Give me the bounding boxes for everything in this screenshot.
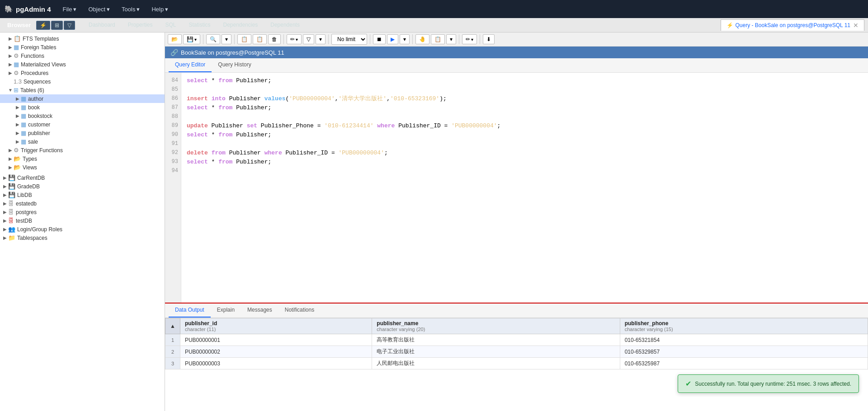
explain-btn[interactable]: 🤚 (415, 34, 429, 44)
tab-explain[interactable]: Explain (211, 304, 241, 318)
sidebar-item-author[interactable]: ▶ ▦ author (0, 94, 165, 103)
tab-messages[interactable]: Messages (241, 304, 278, 318)
expand-arrow: ▶ (14, 105, 21, 110)
view-btn[interactable]: 📋 (431, 34, 445, 44)
sidebar-item-sequences[interactable]: 1.3 Sequences (0, 77, 165, 86)
sidebar-item-tables[interactable]: ▼ ⊞ Tables (6) (0, 86, 165, 94)
app-logo: 🐘 pgAdmin 4 (5, 5, 51, 13)
paste-btn[interactable]: 📋 (253, 34, 267, 44)
tab-statistics[interactable]: Statistics (182, 19, 217, 32)
sidebar-item-fts-templates[interactable]: ▶ 📋 FTS Templates (0, 34, 165, 43)
search-btn[interactable]: 🔍 (206, 34, 220, 44)
cell-publisher-id-3: PUB00000003 (180, 358, 372, 369)
view-dropdown-btn[interactable]: ▾ (446, 34, 456, 44)
expand-arrow: ▶ (7, 156, 14, 161)
sidebar-item-tablespaces[interactable]: ▶ 📁 Tablespaces (0, 234, 165, 242)
filter-btn[interactable]: ▽ (64, 21, 75, 30)
query-editor-tab[interactable]: ⚡ Query - BookSale on postgres@PostgreSQ… (721, 19, 864, 31)
tab-dashboard[interactable]: Dashboard (82, 19, 122, 32)
procedures-icon: ⚙ (14, 70, 19, 76)
tab-dependents[interactable]: Dependents (264, 19, 306, 32)
open-file-btn[interactable]: 📂 (168, 34, 182, 44)
tab-properties[interactable]: Properties (122, 19, 159, 32)
col-header-publisher-phone[interactable]: publisher_phone character varying (15) (620, 318, 868, 334)
expand-arrow: ▶ (7, 148, 14, 153)
browser-toolbar: ⚡ ⊞ ▽ (36, 21, 75, 30)
sidebar-item-testdb[interactable]: ▶ 🗄 testDB (0, 216, 165, 225)
db-icon: 🗄 (8, 200, 14, 207)
cell-publisher-name-2: 电子工业出版社 (372, 346, 620, 358)
sidebar-item-sale[interactable]: ▶ ▦ sale (0, 137, 165, 146)
sidebar-item-publisher[interactable]: ▶ ▦ publisher (0, 129, 165, 137)
sidebar-item-carrentdb[interactable]: ▶ 💾 CarRentDB (0, 173, 165, 182)
menu-file[interactable]: File ▾ (58, 4, 81, 14)
sidebar-item-estatedb[interactable]: ▶ 🗄 estatedb (0, 199, 165, 208)
delete-btn[interactable]: 🗑 (268, 34, 281, 44)
download-btn[interactable]: ⬇ (483, 34, 495, 44)
sidebar-item-libdb[interactable]: ▶ 💾 LibDB (0, 191, 165, 199)
row-num-header: ▲ (165, 318, 180, 334)
tab-query-editor[interactable]: Query Editor (169, 58, 212, 72)
query-editor-area: Query Editor Query History 84 85 86 87 8… (165, 58, 868, 411)
table-row: 2 PUB00000002 电子工业出版社 010-65329857 (165, 346, 868, 358)
format-btn[interactable]: ✏ ▾ (462, 34, 477, 44)
copy-btn[interactable]: 📋 (237, 34, 251, 44)
save-btn[interactable]: 💾 ▾ (183, 34, 200, 44)
sidebar-item-procedures[interactable]: ▶ ⚙ Procedures (0, 69, 165, 77)
sidebar-item-customer[interactable]: ▶ ▦ customer (0, 120, 165, 129)
connection-label: BookSale on postgres@PostgreSQL 11 (181, 49, 284, 56)
sidebar-item-views[interactable]: ▶ 📂 Views (0, 163, 165, 172)
tab-data-output[interactable]: Data Output (169, 304, 211, 318)
sequences-icon: 1.3 (14, 78, 22, 85)
sidebar-item-label: Trigger Functions (21, 147, 63, 154)
expand-arrow: ▶ (2, 218, 8, 223)
sidebar-item-functions[interactable]: ▶ ⚙ Functions (0, 51, 165, 60)
filter-dropdown-btn[interactable]: ▾ (316, 34, 326, 44)
sidebar: ▶ 📋 FTS Templates ▶ ▦ Foreign Tables ▶ ⚙… (0, 33, 165, 411)
lightning-icon: ⚡ (726, 22, 733, 28)
tab-query-history[interactable]: Query History (212, 58, 257, 72)
menu-help[interactable]: Help ▾ (147, 4, 173, 14)
edit-btn[interactable]: ✏ ▾ (287, 34, 302, 44)
cell-publisher-phone-3: 010-65325987 (620, 358, 868, 369)
sidebar-item-materialized-views[interactable]: ▶ ▦ Materialized Views (0, 60, 165, 69)
run-dropdown-btn[interactable]: ▾ (400, 34, 410, 44)
toolbar-sep-7 (459, 34, 459, 44)
table-icon: ▦ (21, 95, 26, 102)
sidebar-item-login-group-roles[interactable]: ▶ 👥 Login/Group Roles (0, 225, 165, 234)
menu-object[interactable]: Object ▾ (84, 4, 114, 14)
sidebar-item-book[interactable]: ▶ ▦ book (0, 103, 165, 112)
sidebar-item-label: testDB (16, 218, 32, 224)
search-dropdown-btn[interactable]: ▾ (222, 34, 231, 44)
tab-dependencies[interactable]: Dependencies (217, 19, 264, 32)
col-header-publisher-name[interactable]: publisher_name character varying (20) (372, 318, 620, 334)
sidebar-item-foreign-tables[interactable]: ▶ ▦ Foreign Tables (0, 43, 165, 51)
menu-tools[interactable]: Tools ▾ (117, 4, 144, 14)
results-area: Data Output Explain Messages Notificatio… (165, 303, 868, 411)
grid-view-btn[interactable]: ⊞ (51, 21, 63, 30)
refresh-browser-btn[interactable]: ⚡ (36, 21, 50, 30)
row-num-2: 2 (165, 346, 180, 358)
run-btn[interactable]: ▶ (387, 34, 398, 44)
tab-notifications[interactable]: Notifications (278, 304, 321, 318)
row-limit-select[interactable]: No limit (331, 34, 367, 45)
cell-publisher-name-1: 高等教育出版社 (372, 334, 620, 346)
code-content[interactable]: select * from Publisher; insert into Pub… (181, 73, 868, 303)
sidebar-item-label: Foreign Tables (21, 44, 57, 51)
sidebar-item-types[interactable]: ▶ 📂 Types (0, 154, 165, 163)
sidebar-item-gradedb[interactable]: ▶ 💾 GradeDB (0, 182, 165, 191)
connection-bar: 🔗 BookSale on postgres@PostgreSQL 11 (165, 47, 868, 58)
results-table: ▲ publisher_id character (11) publisher_… (165, 318, 868, 369)
tab-sql[interactable]: SQL (159, 19, 182, 32)
sidebar-item-bookstock[interactable]: ▶ ▦ bookstock (0, 112, 165, 120)
expand-arrow: ▶ (14, 122, 21, 127)
db-icon: 💾 (8, 191, 15, 198)
code-editor[interactable]: 84 85 86 87 88 89 90 91 92 93 94 select … (165, 73, 868, 303)
close-query-tab-btn[interactable]: ✕ (853, 22, 859, 29)
sidebar-item-postgres[interactable]: ▶ 🗄 postgres (0, 208, 165, 216)
stop-btn[interactable]: ⏹ (373, 34, 386, 44)
filter-btn[interactable]: ▽ (303, 34, 314, 44)
sidebar-item-trigger-functions[interactable]: ▶ ⚙ Trigger Functions (0, 146, 165, 154)
data-table-container[interactable]: ▲ publisher_id character (11) publisher_… (165, 318, 868, 411)
col-header-publisher-id[interactable]: publisher_id character (11) (180, 318, 372, 334)
